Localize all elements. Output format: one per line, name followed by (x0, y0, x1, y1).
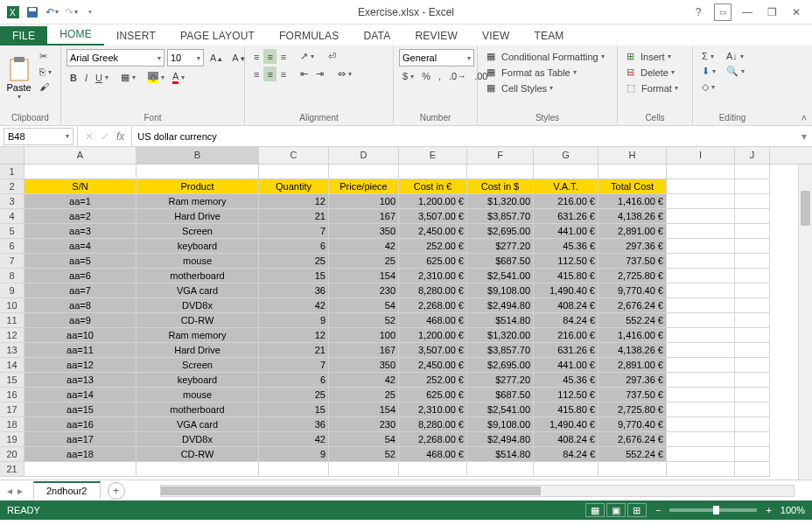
column-header-J[interactable]: J (735, 147, 770, 164)
cell[interactable]: $277.20 (467, 239, 534, 254)
cell[interactable] (667, 432, 735, 447)
cell[interactable]: 167 (329, 343, 399, 358)
cell[interactable] (735, 313, 770, 328)
row-header[interactable]: 3 (0, 194, 24, 209)
bold-button[interactable]: B (66, 69, 80, 86)
cell[interactable]: Cost in € (399, 179, 467, 194)
italic-button[interactable]: I (81, 69, 91, 86)
cell[interactable]: 297.36 € (598, 373, 667, 388)
fx-icon[interactable]: fx (116, 130, 124, 143)
select-all-button[interactable] (0, 147, 24, 164)
font-size-combo[interactable]: 10▾ (167, 49, 204, 66)
cell[interactable] (735, 164, 770, 179)
page-break-view-button[interactable]: ⊞ (627, 503, 647, 517)
row-header[interactable]: 12 (0, 328, 24, 343)
cell[interactable]: 25 (329, 388, 399, 402)
cell[interactable]: V.A.T. (534, 179, 598, 194)
cell[interactable] (329, 164, 399, 179)
cell[interactable] (735, 179, 770, 194)
sheet-tab[interactable]: 2ndhour2 (33, 481, 101, 499)
cell[interactable]: 2,310.00 € (399, 269, 467, 284)
cell[interactable]: 7 (259, 224, 329, 239)
cell[interactable]: 2,676.24 € (598, 432, 667, 447)
cell[interactable] (667, 328, 735, 343)
close-icon[interactable]: ✕ (788, 4, 805, 21)
cell[interactable] (467, 164, 534, 179)
cell[interactable]: 4,138.26 € (598, 343, 667, 358)
column-header-C[interactable]: C (259, 147, 329, 164)
column-header-I[interactable]: I (667, 147, 735, 164)
cell[interactable]: 350 (329, 358, 399, 373)
column-header-B[interactable]: B (136, 147, 259, 164)
expand-formula-bar-icon[interactable]: ▾ (796, 130, 812, 143)
cell[interactable]: 42 (329, 373, 399, 388)
cell[interactable]: 2,310.00 € (399, 402, 467, 417)
cell[interactable]: 1,490.40 € (534, 417, 598, 432)
cell[interactable]: 8,280.00 € (399, 284, 467, 298)
cell[interactable]: 112.50 € (534, 388, 598, 402)
column-header-D[interactable]: D (329, 147, 399, 164)
column-header-A[interactable]: A (24, 147, 136, 164)
comma-button[interactable]: , (435, 69, 444, 83)
collapse-ribbon-icon[interactable]: ʌ (802, 112, 807, 122)
align-right-button[interactable]: ≡ (277, 66, 290, 81)
cell[interactable] (598, 164, 667, 179)
align-top-button[interactable]: ≡ (250, 49, 262, 64)
cell[interactable]: 415.80 € (534, 269, 598, 284)
row-header[interactable]: 15 (0, 373, 24, 388)
row-header[interactable]: 4 (0, 209, 24, 224)
sheet-nav-prev-icon[interactable]: ◂ (7, 485, 12, 497)
cell[interactable]: motherboard (136, 269, 259, 284)
cell[interactable]: 84.24 € (534, 447, 598, 462)
restore-icon[interactable]: ❐ (763, 4, 780, 21)
cell[interactable] (667, 284, 735, 298)
cell[interactable]: keyboard (136, 373, 259, 388)
cell[interactable]: 415.80 € (534, 402, 598, 417)
align-center-button[interactable]: ≡ (263, 66, 276, 81)
cell[interactable] (667, 254, 735, 269)
cell[interactable] (667, 209, 735, 224)
vertical-scrollbar[interactable] (798, 164, 812, 480)
column-header-H[interactable]: H (598, 147, 667, 164)
cell[interactable]: 1,200.00 € (399, 328, 467, 343)
cell[interactable]: 7 (259, 358, 329, 373)
cell[interactable]: motherboard (136, 402, 259, 417)
row-header[interactable]: 18 (0, 417, 24, 432)
cell[interactable] (259, 164, 329, 179)
cell[interactable]: 737.50 € (598, 388, 667, 402)
cell[interactable]: 2,450.00 € (399, 358, 467, 373)
row-header[interactable]: 21 (0, 462, 24, 477)
cell[interactable]: $2,541.00 (467, 269, 534, 284)
cell[interactable] (667, 313, 735, 328)
cell[interactable]: 408.24 € (534, 432, 598, 447)
cell[interactable]: Ram memory (136, 328, 259, 343)
cell[interactable]: 631.26 € (534, 343, 598, 358)
cell[interactable] (735, 269, 770, 284)
cell[interactable]: 112.50 € (534, 254, 598, 269)
zoom-slider[interactable] (669, 508, 757, 512)
cell[interactable]: 3,507.00 € (399, 209, 467, 224)
row-header[interactable]: 6 (0, 239, 24, 254)
cell[interactable]: $9,108.00 (467, 417, 534, 432)
row-header[interactable]: 7 (0, 254, 24, 269)
cell[interactable]: aa=15 (24, 402, 136, 417)
cell[interactable]: $514.80 (467, 447, 534, 462)
align-middle-button[interactable]: ≡ (263, 49, 276, 64)
conditional-formatting-button[interactable]: ▦ Conditional Formatting▾ (483, 49, 608, 64)
cell[interactable]: aa=3 (24, 224, 136, 239)
tab-review[interactable]: REVIEW (402, 26, 470, 46)
row-header[interactable]: 19 (0, 432, 24, 447)
cell[interactable] (735, 239, 770, 254)
cell[interactable]: 84.24 € (534, 313, 598, 328)
wrap-text-button[interactable]: ⏎ (325, 49, 340, 64)
format-painter-button[interactable]: 🖌 (36, 80, 55, 94)
cell[interactable]: 42 (259, 298, 329, 313)
align-bottom-button[interactable]: ≡ (277, 49, 290, 64)
cell[interactable]: 6 (259, 373, 329, 388)
cell[interactable]: 21 (259, 209, 329, 224)
cell[interactable]: Cost in $ (467, 179, 534, 194)
cell[interactable]: DVD8x (136, 432, 259, 447)
redo-icon[interactable]: ↷▾ (63, 4, 79, 20)
decrease-indent-button[interactable]: ⇤ (297, 66, 312, 81)
cell[interactable]: $2,494.80 (467, 432, 534, 447)
